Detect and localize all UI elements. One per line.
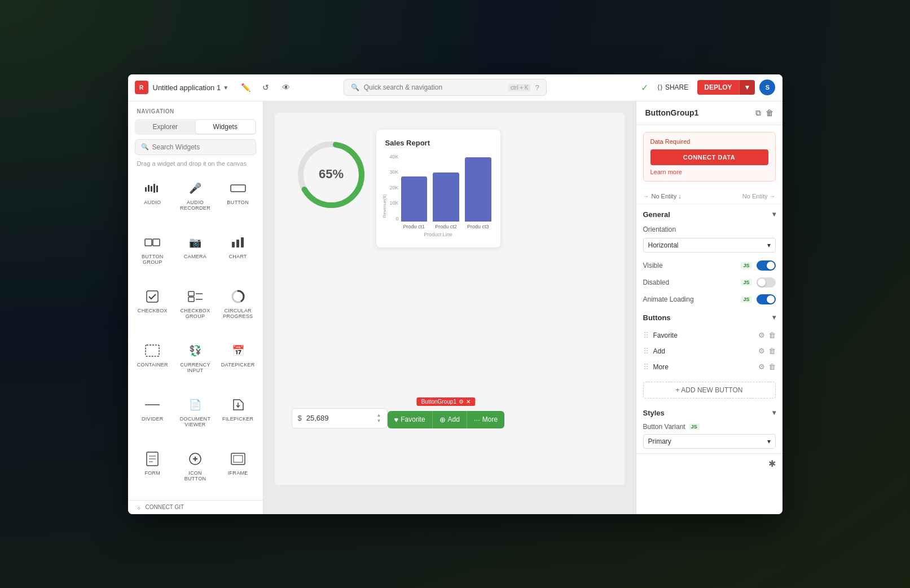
styles-chevron-icon[interactable]: ▾ (772, 409, 776, 417)
orientation-select[interactable]: Horizontal ▾ (643, 238, 776, 253)
share-button[interactable]: ⟨⟩ SHARE (653, 81, 693, 94)
currency-value: 25,689 (306, 414, 372, 422)
bottom-nav: ⬦ CONNECT GIT (128, 500, 263, 514)
widget-checkbox-group[interactable]: CHECKBOX GROUP (175, 283, 216, 335)
search-bar: 🔍 ctrl + K ? (344, 79, 547, 96)
widget-checkbox[interactable]: CHECKBOX (133, 283, 173, 335)
edit-icon[interactable]: ✏️ (238, 79, 253, 95)
widget-iframe[interactable]: IFRAME (218, 445, 258, 497)
buttongroup-settings-icon[interactable]: ⚙ (459, 399, 464, 405)
favorite-settings-icon[interactable]: ⚙ (758, 331, 765, 339)
delete-icon[interactable]: 🗑 (766, 108, 773, 118)
widget-checkbox-group-label: CHECKBOX GROUP (177, 308, 213, 319)
more-drag-handle[interactable]: ⠿ (643, 362, 649, 372)
circular-progress-widget: 65% (292, 135, 371, 214)
buttongroup-close-icon[interactable]: ✕ (466, 399, 471, 405)
connect-data-button[interactable]: CONNECT DATA (650, 149, 768, 165)
drag-hint: Drag a widget and drop it on the canvas (128, 160, 263, 173)
currency-symbol: $ (298, 414, 302, 422)
animate-loading-toggle[interactable] (757, 294, 776, 304)
widget-form[interactable]: FORM (133, 445, 173, 497)
widget-divider[interactable]: DIVIDER (133, 391, 173, 443)
search-input[interactable] (364, 83, 504, 91)
filepicker-icon (229, 396, 247, 414)
tab-explorer[interactable]: Explorer (136, 120, 195, 134)
help-icon[interactable]: ? (535, 83, 539, 92)
status-ok-icon: ✓ (641, 82, 648, 93)
deploy-button[interactable]: DEPLOY ▼ (697, 80, 755, 95)
add-drag-handle[interactable]: ⠿ (643, 347, 649, 356)
orientation-value: Horizontal (648, 241, 679, 249)
widget-audio[interactable]: AUDIO (133, 175, 173, 227)
entity-left[interactable]: No Entity ↓ (652, 193, 742, 200)
search-widgets-input[interactable] (152, 143, 250, 151)
add-delete-icon[interactable]: 🗑 (768, 347, 776, 355)
btn-favorite[interactable]: ♥ Favorite (388, 411, 433, 428)
add-new-button[interactable]: + ADD NEW BUTTON (643, 382, 776, 399)
circular-progress-icon (229, 288, 247, 306)
preview-icon[interactable]: 👁 (278, 79, 294, 95)
widget-audio-label: AUDIO (144, 200, 161, 205)
panel-settings-icon[interactable]: ✱ (768, 458, 776, 469)
svg-rect-28 (234, 456, 243, 462)
widget-button-group[interactable]: BUTTON GROUP (133, 229, 173, 281)
widget-document-viewer[interactable]: 📄 DOCUMENT VIEWER (175, 391, 216, 443)
favorite-drag-handle[interactable]: ⠿ (643, 331, 649, 340)
arrow-down-icon[interactable]: ▼ (377, 418, 381, 423)
more-delete-icon[interactable]: 🗑 (768, 362, 776, 371)
svg-rect-1 (148, 185, 150, 192)
svg-rect-7 (153, 239, 160, 246)
app-window: R Untitled application 1 ▼ ✏️ ↺ 👁 🔍 ctrl… (128, 74, 782, 514)
widget-chart-label: CHART (228, 254, 247, 259)
widget-button-label: BUTTON (227, 200, 249, 205)
circular-progress-svg: 65% (292, 135, 371, 214)
orientation-row: Orientation (636, 222, 782, 237)
arrow-up-icon[interactable]: ▲ (377, 413, 381, 418)
svg-rect-10 (241, 237, 244, 247)
visible-toggle[interactable] (757, 260, 776, 271)
x-label-product3: Produ ct3 (465, 224, 491, 229)
more-settings-icon[interactable]: ⚙ (758, 362, 765, 371)
y-label-30k: 30K (389, 169, 398, 175)
connect-git-label[interactable]: CONNECT GIT (146, 504, 184, 510)
add-settings-icon[interactable]: ⚙ (758, 347, 765, 355)
visible-row: Visible JS (636, 257, 782, 274)
general-chevron-icon[interactable]: ▾ (772, 210, 776, 218)
widget-icon-button[interactable]: ICON BUTTON (175, 445, 216, 497)
button-icon (229, 179, 247, 197)
canvas-area[interactable]: 65% Sales Report 40K 30K 20K 10K (263, 101, 636, 514)
widget-chart[interactable]: CHART (218, 229, 258, 281)
bottom-bar: ✱ (636, 453, 782, 474)
widget-datepicker[interactable]: 📅 DATEPICKER (218, 337, 258, 389)
data-required-label: Data Required (650, 138, 768, 145)
widget-filepicker[interactable]: FILEPICKER (218, 391, 258, 443)
divider-icon (143, 396, 161, 414)
animate-loading-row: Animate Loading JS (636, 291, 782, 308)
copy-icon[interactable]: ⧉ (755, 108, 761, 118)
widget-currency-input[interactable]: 💱 CURRENCY INPUT (175, 337, 216, 389)
widget-container[interactable]: CONTAINER (133, 337, 173, 389)
history-icon[interactable]: ↺ (258, 79, 274, 95)
currency-widget[interactable]: $ 25,689 ▲ ▼ (292, 408, 388, 428)
btn-add[interactable]: ⊕ Add (433, 411, 467, 428)
bar-product1 (401, 176, 428, 221)
currency-arrows[interactable]: ▲ ▼ (377, 413, 381, 423)
svg-rect-3 (153, 184, 155, 193)
tab-widgets[interactable]: Widgets (196, 120, 255, 134)
disabled-toggle[interactable] (757, 277, 776, 288)
btn-more[interactable]: ··· More (467, 411, 504, 428)
user-avatar[interactable]: S (759, 79, 775, 95)
widget-circular-progress[interactable]: CIRCULAR PROGRESS (218, 283, 258, 335)
deploy-caret-icon[interactable]: ▼ (739, 80, 755, 95)
buttons-chevron-icon[interactable]: ▾ (772, 313, 776, 321)
variant-select[interactable]: Primary ▾ (643, 434, 776, 449)
learn-more-link[interactable]: Learn more (650, 169, 768, 175)
sales-card-title: Sales Report (385, 139, 491, 147)
widget-audio-recorder[interactable]: 🎤 AUDIO RECORDER (175, 175, 216, 227)
favorite-delete-icon[interactable]: 🗑 (768, 331, 776, 339)
document-viewer-icon: 📄 (186, 396, 204, 414)
entity-right[interactable]: No Entity → (742, 193, 776, 200)
widget-button[interactable]: BUTTON (218, 175, 258, 227)
disabled-row: Disabled JS (636, 274, 782, 291)
widget-camera[interactable]: 📷 CAMERA (175, 229, 216, 281)
